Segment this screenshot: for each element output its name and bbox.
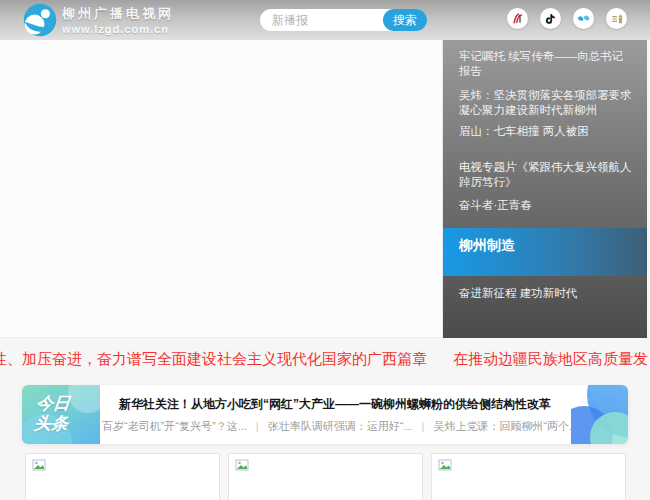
blue-wave-icon[interactable] (573, 8, 594, 29)
sidebar-item[interactable]: 电视专题片《紧跟伟大复兴领航人 踔厉笃行》 (443, 160, 647, 190)
news-ticker: 性、加压奋进，奋力谱写全面建设社会主义现代化国家的广西篇章 在推动边疆民族地区高… (0, 348, 650, 370)
headline-body: 新华社关注！从地方小吃到“网红”大产业——一碗柳州螺蛳粉的供给侧结构性改革 百岁… (102, 385, 568, 444)
site-url: www.lzgd.com.cn (62, 23, 174, 35)
logo-swirl-icon (22, 2, 58, 38)
search-button[interactable]: 搜索 (383, 9, 427, 31)
search-bar: 搜索 (260, 9, 427, 31)
red-calligraphy-icon[interactable] (507, 8, 528, 29)
badge-text: 今日 头条 (33, 394, 71, 434)
sidebar-item[interactable]: 奋进新征程 建功新时代 (443, 286, 647, 301)
sidebar-item[interactable]: 眉山：七车相撞 两人被困 (443, 124, 647, 139)
broken-image-icon (438, 458, 452, 472)
sub-headlines: 百岁“老司机”开“复兴号”？这...|张壮率队调研强调：运用好“...|吴炜上党… (102, 419, 568, 434)
decor-tile (571, 385, 628, 444)
broken-image-icon (32, 458, 46, 472)
news-card[interactable] (25, 453, 220, 500)
gold-seal-icon[interactable] (606, 8, 627, 29)
badge-line2: 头条 (33, 414, 69, 434)
today-headlines-badge: 今日 头条 (22, 385, 100, 444)
ticker-track: 性、加压奋进，奋力谱写全面建设社会主义现代化国家的广西篇章 在推动边疆民族地区高… (0, 348, 650, 370)
site-title: 柳州广播电视网 (62, 5, 174, 23)
headline-card: 今日 头条 新华社关注！从地方小吃到“网红”大产业——一碗柳州螺蛳粉的供给侧结构… (22, 385, 628, 444)
sidebar-item-active[interactable]: 柳州制造 (443, 228, 647, 276)
header: 柳州广播电视网 www.lzgd.com.cn 搜索 (0, 0, 650, 40)
site-logo[interactable]: 柳州广播电视网 www.lzgd.com.cn (22, 2, 174, 38)
sidebar-item[interactable]: 牢记嘱托 续写传奇——向总书记报告 (443, 49, 647, 79)
main-headline-link[interactable]: 新华社关注！从地方小吃到“网红”大产业——一碗柳州螺蛳粉的供给侧结构性改革 (102, 396, 568, 413)
feature-area (0, 40, 443, 338)
broken-image-icon (235, 458, 249, 472)
sidebar-item[interactable]: 奋斗者·正青春 (443, 198, 647, 213)
ticker-item[interactable]: 性、加压奋进，奋力谱写全面建设社会主义现代化国家的广西篇章 (0, 348, 427, 370)
news-card[interactable] (228, 453, 423, 500)
separator: | (422, 420, 425, 432)
separator: | (256, 420, 259, 432)
social-icons (507, 8, 627, 29)
douyin-icon[interactable] (540, 8, 561, 29)
badge-line1: 今日 (35, 394, 71, 414)
ticker-item[interactable]: 在推动边疆民族地区高质量发 (453, 348, 648, 370)
sub-headline-link[interactable]: 张壮率队调研强调：运用好“... (268, 420, 413, 432)
news-sidebar: 牢记嘱托 续写传奇——向总书记报告 吴炜：坚决贯彻落实各项部署要求 凝心聚力建设… (443, 40, 647, 338)
sidebar-item[interactable]: 吴炜：坚决贯彻落实各项部署要求 凝心聚力建设新时代新柳州 (443, 88, 647, 118)
sub-headline-link[interactable]: 吴炜上党课：回顾柳州“两个... (433, 420, 578, 432)
sub-headline-link[interactable]: 百岁“老司机”开“复兴号”？这... (102, 420, 247, 432)
badge-bubble (68, 385, 100, 413)
news-card[interactable] (431, 453, 626, 500)
